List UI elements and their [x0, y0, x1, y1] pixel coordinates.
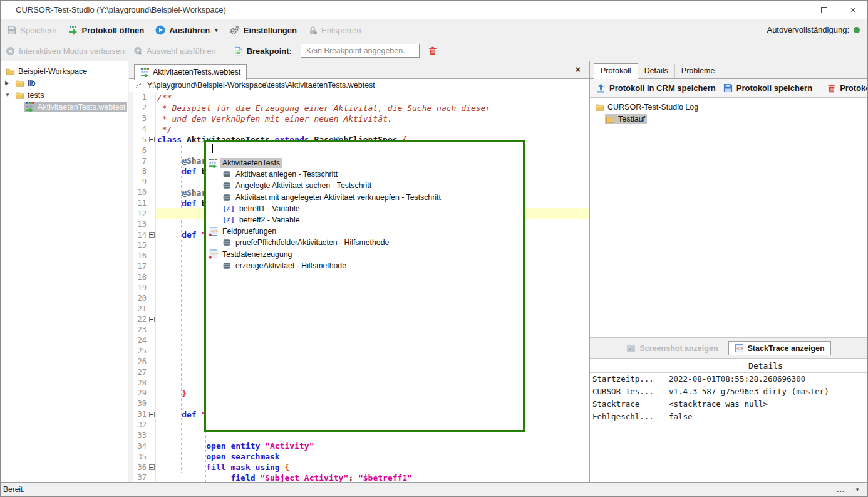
details-row[interactable]: Fehlgeschl...false	[590, 411, 867, 423]
clear-protocol-button[interactable]: Protokoll leeren	[827, 83, 868, 93]
sidebar-item[interactable]: </>AktivitaetenTests.webtest	[1, 101, 128, 113]
fold-marker-icon[interactable]	[149, 137, 155, 142]
popup-tree-item[interactable]: Angelegte Aktivitaet suchen - Testschrit…	[206, 180, 523, 191]
text-caret	[212, 144, 213, 153]
sidebar-item[interactable]: ▼tests	[1, 89, 128, 101]
collapse-path-icon[interactable]	[134, 81, 142, 90]
popup-item-label: Aktitivaet anlegen - Testschritt	[234, 169, 339, 179]
folder-icon	[15, 79, 24, 88]
code-text: fill mask using {	[155, 462, 589, 473]
status-bar-right: ... ▼	[837, 485, 860, 494]
outline-popup: </>AktivitaetenTestsAktitivaet anlegen -…	[204, 140, 525, 432]
tab-details[interactable]: Details	[638, 64, 675, 78]
code-text: * und dem Verknüpfen mit einer neuen Akt…	[155, 113, 589, 124]
log-tree-item[interactable]: CURSOR-Test-Studio Log	[590, 101, 867, 113]
editor-tab-bar: </> AktivitaetenTests.webtest ×	[129, 61, 589, 79]
teststep-icon	[222, 193, 231, 202]
save-button: Speichern	[7, 26, 57, 35]
line-number: 28	[134, 379, 148, 387]
status-expand-arrow-icon[interactable]: ▼	[855, 487, 860, 493]
popup-tree-item[interactable]: Aktitivaet anlegen - Testschritt	[206, 169, 523, 180]
run-selection-label: Auswahl ausführen	[147, 46, 216, 56]
details-table-body: Startzeitp...2022-08-01T08:55:28.2606963…	[590, 373, 867, 423]
run-button[interactable]: Ausführen ▾	[155, 25, 218, 35]
expand-arrow-icon[interactable]: ▶	[5, 80, 14, 86]
close-button[interactable]: ×	[839, 1, 867, 19]
unlock-label: Entsperren	[321, 26, 361, 35]
save-icon	[7, 26, 16, 35]
details-value: false	[664, 411, 867, 423]
popup-tree-item[interactable]: erzeugeAktivitaet - Hilfsmethode	[206, 260, 523, 271]
popup-tree-item[interactable]: [✗]betreff1 - Variable	[206, 203, 523, 214]
details-row[interactable]: Stacktrace<stacktrace was null>	[590, 398, 867, 411]
run-label: Ausführen	[169, 26, 210, 35]
show-stacktrace-button[interactable]: </> StackTrace anzeigen	[728, 341, 831, 355]
line-number: 4	[134, 125, 148, 133]
open-protocol-button[interactable]: Protokoll öffnen	[68, 25, 145, 35]
popup-tree-item[interactable]: [✗]betreff2 - Variable	[206, 214, 523, 226]
tab-probleme[interactable]: Probleme	[675, 64, 722, 78]
line-number: 22	[134, 315, 148, 323]
autocomplete-status: Autovervollständigung:	[767, 25, 860, 34]
code-text: /**	[155, 92, 589, 103]
save-protocol-button[interactable]: Protokoll speichern	[723, 83, 812, 93]
line-number: 7	[134, 157, 148, 165]
details-row[interactable]: CURSOR-Tes...v1.4.3-587-g75e96e3-dirty (…	[590, 385, 867, 398]
tab-aktivitaetentests[interactable]: </> AktivitaetenTests.webtest	[134, 64, 247, 80]
line-number: 34	[134, 442, 148, 451]
fold-marker-icon[interactable]	[149, 412, 155, 417]
save-protocol-crm-button[interactable]: Protokoll in CRM speichern	[596, 83, 716, 93]
popup-tree-item[interactable]: pruefePflichtfelderAktivitaeten - Hilfsm…	[206, 237, 523, 248]
table-column-divider	[664, 359, 664, 482]
tree-item-content: Testlauf	[605, 114, 647, 124]
svg-text:</>: </>	[736, 346, 743, 351]
fold-marker-icon[interactable]	[149, 317, 155, 322]
log-tree-item[interactable]: Testlauf	[590, 113, 867, 125]
popup-item-label: betreff1 - Variable	[237, 204, 302, 214]
line-number: 25	[134, 347, 148, 355]
show-screenshot-label: Screenshot anzeigen	[639, 344, 718, 353]
folder-icon	[6, 67, 15, 76]
clear-breakpoint-trash-icon[interactable]	[428, 46, 437, 56]
run-dropdown-arrow-icon[interactable]: ▾	[215, 27, 218, 33]
log-item-label: Testlauf	[618, 115, 645, 123]
run-selection-button: Auswahl ausführen	[133, 46, 216, 56]
save-label: Speichern	[20, 26, 57, 35]
sidebar-item[interactable]: Beispiel-Workspace	[1, 65, 128, 77]
tab-close-icon[interactable]: ×	[576, 65, 581, 75]
popup-tree-item[interactable]: </>AktivitaetenTests	[206, 157, 523, 169]
line-number: 21	[134, 305, 148, 313]
status-overflow-icon[interactable]: ...	[837, 485, 845, 494]
autocomplete-label: Autovervollständigung:	[767, 25, 849, 34]
line-number: 15	[134, 241, 148, 249]
popup-tree-item[interactable]: </>Testdatenerzeugung	[206, 249, 523, 260]
folder-icon	[15, 91, 24, 100]
breakpoint-label: Breakpoint:	[247, 46, 292, 56]
popup-item-label: Aktivitaet mit angelegeter Aktivitaet ve…	[234, 192, 443, 202]
upload-icon	[596, 83, 606, 93]
breakpoint-input[interactable]	[301, 44, 420, 58]
code-line: 2 * Beispiel für die Erzeugung einer Akt…	[129, 103, 589, 113]
teststep-icon	[222, 181, 231, 190]
popup-tree-item[interactable]: Aktivitaet mit angelegeter Aktivitaet ve…	[206, 192, 523, 203]
maximize-button[interactable]	[810, 1, 839, 19]
code-line: 4 */	[129, 124, 589, 135]
code-line: 34 open entity "Activity"	[129, 441, 589, 451]
protocol-toolbar: Protokoll in CRM speichern Protokoll spe…	[590, 79, 867, 98]
status-text: Bereit.	[3, 485, 25, 494]
sidebar-item-label: Beispiel-Workspace	[18, 67, 87, 76]
line-number: 33	[134, 431, 148, 440]
tab-protokoll[interactable]: Protokoll	[594, 63, 638, 79]
fold-marker-icon[interactable]	[149, 464, 155, 470]
popup-search-input[interactable]	[206, 142, 523, 155]
run-icon	[155, 25, 165, 35]
popup-tree-item[interactable]: </>Feldpruefungen	[206, 226, 523, 237]
line-number: 12	[134, 209, 148, 218]
settings-button[interactable]: Einstellungen	[229, 26, 297, 35]
sidebar-item[interactable]: ▶lib	[1, 77, 128, 89]
collapse-arrow-icon[interactable]: ▼	[5, 92, 14, 98]
minimize-button[interactable]: –	[781, 1, 810, 19]
fold-marker-icon[interactable]	[149, 232, 155, 238]
details-row[interactable]: Startzeitp...2022-08-01T08:55:28.2606963…	[590, 373, 867, 385]
open-protocol-label: Protokoll öffnen	[82, 26, 145, 35]
